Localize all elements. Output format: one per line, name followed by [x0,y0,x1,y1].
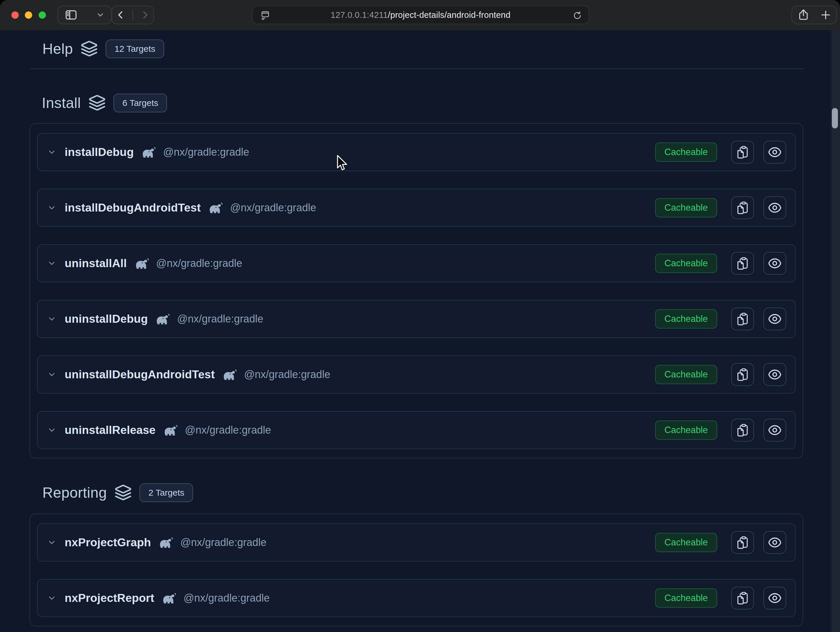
eye-icon [768,256,782,270]
target-name: nxProjectGraph [65,536,151,549]
target-row-left: uninstallDebug @nx/gradle:gradle [47,313,263,325]
clipboard-copy-icon [736,312,749,325]
target-row[interactable]: nxProjectReport @nx/gradle:gradle Cachea… [37,579,796,617]
target-row[interactable]: installDebugAndroidTest @nx/gradle:gradl… [37,189,796,227]
target-name: uninstallRelease [65,423,156,436]
close-window-button[interactable] [11,11,19,19]
section-divider [30,68,804,69]
chevron-down-icon[interactable] [47,425,57,435]
forward-icon[interactable] [140,9,150,20]
clipboard-copy-icon [736,368,749,381]
target-row-actions: Cacheable [655,141,786,164]
target-executor: @nx/gradle:gradle [163,146,249,158]
target-row-left: nxProjectGraph @nx/gradle:gradle [47,536,267,549]
target-row-actions: Cacheable [655,363,786,386]
copy-target-button[interactable] [731,419,754,441]
target-row[interactable]: uninstallDebug @nx/gradle:gradle Cacheab… [37,300,796,338]
cacheable-badge: Cacheable [655,365,717,384]
sidebar-icon[interactable] [64,8,78,22]
view-target-button[interactable] [763,587,786,610]
eye-icon [768,536,782,550]
view-target-button[interactable] [763,196,786,219]
target-row-left: uninstallRelease @nx/gradle:gradle [47,423,271,436]
section-title: Reporting [43,484,107,501]
sidebar-menu-chevron-down-icon[interactable] [96,11,105,19]
reload-icon[interactable] [572,11,582,22]
target-row[interactable]: uninstallAll @nx/gradle:gradle Cacheable [37,244,796,282]
gradle-elephant-icon [208,202,223,213]
cacheable-badge: Cacheable [655,198,717,217]
project-details-page: Help 12 Targets Install 6 Targe [0,30,840,632]
view-target-button[interactable] [763,363,786,386]
section-title: Help [43,40,73,57]
target-row[interactable]: installDebug @nx/gradle:gradle Cacheable [37,133,796,171]
eye-icon [768,591,782,605]
view-target-button[interactable] [763,531,786,554]
view-target-button[interactable] [763,308,786,330]
target-row-actions: Cacheable [655,419,786,441]
clipboard-copy-icon [736,423,749,437]
target-row-actions: Cacheable [655,308,786,330]
chevron-down-icon[interactable] [47,314,57,324]
copy-target-button[interactable] [731,308,754,330]
gradle-elephant-icon [134,258,149,269]
gradle-elephant-icon [162,592,176,604]
clipboard-copy-icon [736,257,749,270]
target-group-install: installDebug @nx/gradle:gradle Cacheable [30,123,803,458]
browser-toolbar: 127.0.0.1:4211/project-details/android-f… [0,0,840,30]
target-row-actions: Cacheable [655,587,786,610]
target-name: nxProjectReport [65,592,154,605]
gradle-elephant-icon [141,146,156,158]
copy-target-button[interactable] [731,363,754,386]
section-header-reporting: Reporting 2 Targets [43,482,193,503]
target-group-reporting: nxProjectGraph @nx/gradle:gradle Cacheab… [30,514,803,626]
scrollbar-gutter [829,30,832,632]
target-row-actions: Cacheable [655,196,786,219]
chevron-down-icon[interactable] [47,370,57,379]
gradle-elephant-icon [155,313,170,325]
minimize-window-button[interactable] [25,11,32,19]
target-executor: @nx/gradle:gradle [156,257,242,270]
new-tab-icon[interactable] [819,9,832,21]
chevron-down-icon[interactable] [47,203,57,212]
cacheable-badge: Cacheable [655,254,717,273]
sidebar-toggle-group [57,6,112,24]
chevron-down-icon[interactable] [47,593,57,603]
target-executor: @nx/gradle:gradle [244,368,330,381]
cacheable-badge: Cacheable [655,142,717,162]
target-name: installDebug [65,146,134,159]
target-row[interactable]: uninstallDebugAndroidTest @nx/gradle:gra… [37,356,796,393]
target-executor: @nx/gradle:gradle [185,424,271,436]
chevron-down-icon[interactable] [47,538,57,547]
target-row-left: installDebug @nx/gradle:gradle [47,146,249,159]
target-row[interactable]: uninstallRelease @nx/gradle:gradle Cache… [37,411,796,449]
target-row-left: nxProjectReport @nx/gradle:gradle [47,592,270,605]
copy-target-button[interactable] [731,587,754,610]
share-icon[interactable] [797,8,810,21]
eye-icon [768,368,782,382]
chevron-down-icon[interactable] [47,259,57,268]
back-icon[interactable] [115,9,126,20]
gradle-elephant-icon [158,537,173,548]
zoom-window-button[interactable] [39,11,46,19]
copy-target-button[interactable] [731,196,754,219]
view-target-button[interactable] [763,419,786,441]
section-header-install: Install 6 Targets [42,92,167,114]
copy-target-button[interactable] [731,141,754,164]
clipboard-copy-icon [736,536,749,549]
chevron-down-icon[interactable] [47,147,57,157]
cacheable-badge: Cacheable [655,309,717,329]
target-row[interactable]: nxProjectGraph @nx/gradle:gradle Cacheab… [37,523,796,561]
target-executor: @nx/gradle:gradle [183,592,270,604]
view-target-button[interactable] [763,141,786,164]
mouse-cursor [336,155,348,173]
copy-target-button[interactable] [731,531,754,554]
copy-target-button[interactable] [731,252,754,275]
view-target-button[interactable] [763,252,786,275]
scrollbar-thumb[interactable] [832,108,838,128]
target-name: installDebugAndroidTest [65,201,201,214]
address-bar[interactable]: 127.0.0.1:4211/project-details/android-f… [252,6,589,24]
target-executor: @nx/gradle:gradle [177,313,263,325]
layers-icon [114,484,132,501]
browser-window: 127.0.0.1:4211/project-details/android-f… [0,0,840,632]
